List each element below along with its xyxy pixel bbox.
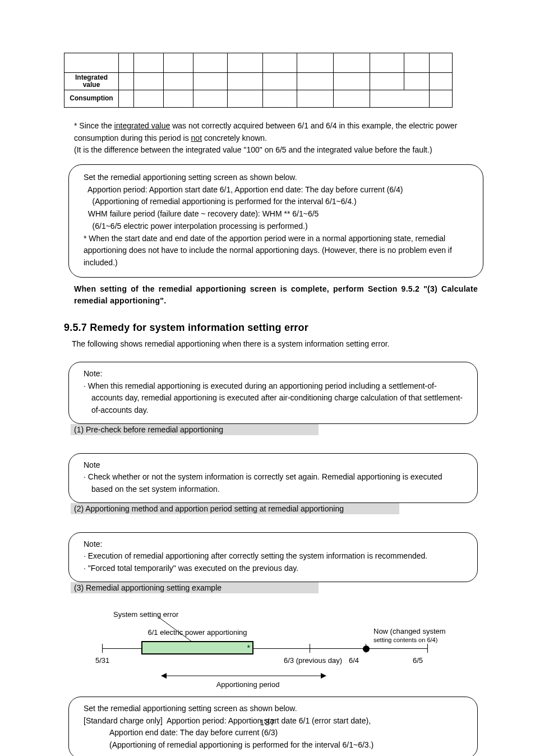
error-lead-line bbox=[158, 617, 192, 642]
page-number: 137 bbox=[0, 717, 535, 727]
note-paragraph: * Since the integrated value was not cor… bbox=[74, 120, 478, 156]
now-dot bbox=[363, 646, 370, 652]
grey-banner-3: (3) Remedial apportioning setting exampl… bbox=[71, 582, 319, 593]
integrated-consumption-table: Integrated value Consumption bbox=[64, 53, 453, 108]
grey-banner-1: (1) Pre-check before remedial apportioni… bbox=[71, 424, 319, 435]
svg-line-0 bbox=[158, 617, 192, 642]
note-box-2: Note · Check whether or not the system i… bbox=[68, 453, 478, 503]
section-intro: The following shows remedial apportionin… bbox=[72, 339, 478, 348]
row-label-integrated: Integrated value bbox=[64, 73, 119, 90]
now-label: Now (changed system setting contents on … bbox=[373, 627, 446, 644]
remedy-box-1: Set the remedial apportioning setting sc… bbox=[68, 164, 483, 278]
span-arrow bbox=[161, 672, 326, 680]
section-heading: 9.5.7 Remedy for system information sett… bbox=[64, 322, 478, 334]
page: Integrated value Consumption * Since the… bbox=[0, 0, 535, 756]
bar-top-label: 6/1 electric power apportioning bbox=[136, 628, 259, 637]
tick-label: 6/5 bbox=[413, 656, 423, 665]
svg-marker-3 bbox=[321, 673, 326, 679]
row-label-consumption: Consumption bbox=[64, 90, 119, 108]
apportion-bar: * bbox=[141, 641, 253, 654]
svg-marker-2 bbox=[161, 673, 167, 679]
span-label: Apportioning period bbox=[175, 680, 321, 689]
grey-banner-2: (2) Apportioning method and apportion pe… bbox=[71, 503, 399, 514]
tick-label: 5/31 bbox=[95, 656, 109, 665]
note-box-1: Note: · When this remedial apportioning … bbox=[68, 362, 478, 424]
timeline-diagram: 5/31 6/3 (previous day) 6/4 6/5 6/1 elec… bbox=[102, 610, 517, 689]
bold-follow: When setting of the remedial apportionin… bbox=[74, 283, 478, 307]
tick-label: 6/4 bbox=[349, 656, 359, 665]
star-marker: * bbox=[247, 643, 250, 652]
note-box-3: Note: · Execution of remedial apportioni… bbox=[68, 532, 478, 582]
tick-label: 6/3 (previous day) bbox=[284, 656, 342, 665]
